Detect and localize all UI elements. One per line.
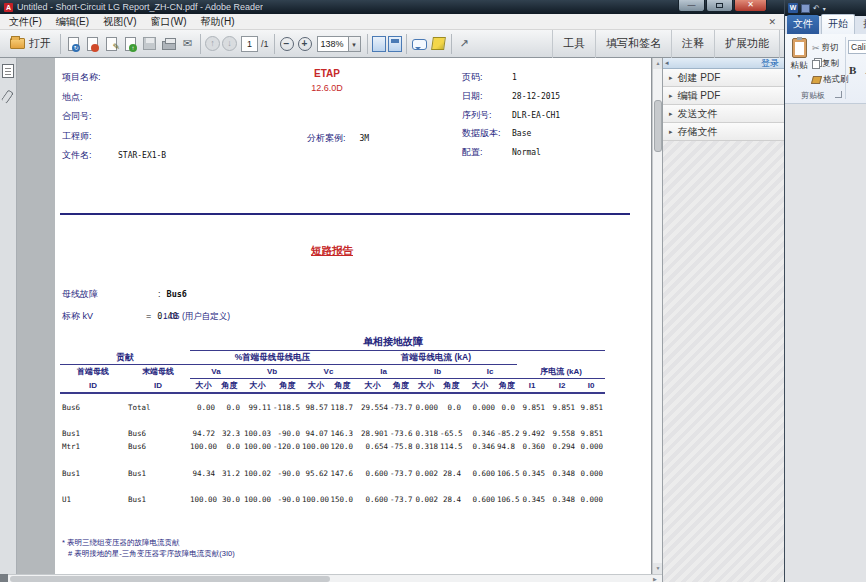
- magnitude-header: 大小: [242, 379, 273, 394]
- share-file-button[interactable]: ↑: [122, 35, 139, 53]
- value-cell: 0.000: [577, 440, 605, 453]
- word-undo-icon[interactable]: ↶: [813, 4, 820, 13]
- to-bus-cell: Total: [126, 393, 190, 414]
- close-document-icon[interactable]: ✕: [768, 17, 776, 27]
- single-page-mode-button[interactable]: [388, 36, 402, 52]
- menu-item[interactable]: 视图(V): [96, 15, 143, 28]
- panel-button-填写和签名[interactable]: 填写和签名: [595, 30, 671, 58]
- font-style-buttons: B I: [849, 64, 866, 76]
- fullscreen-button[interactable]: ↗: [456, 35, 473, 53]
- open-button[interactable]: 打开: [4, 34, 57, 53]
- value-cell: -73.7: [390, 393, 412, 414]
- value-cell: 9.851: [577, 427, 605, 440]
- sign-document-button[interactable]: ✎: [103, 35, 120, 53]
- paste-clipboard-icon: [792, 38, 807, 58]
- header-left-fields: 项目名称:地点:合同号:工程师:文件名:STAR-EX1-B: [62, 71, 166, 169]
- header-field-label: 配置:: [462, 146, 512, 159]
- bold-button[interactable]: B: [849, 64, 856, 76]
- clipboard-dialog-launcher-icon[interactable]: [835, 91, 842, 98]
- copy-button[interactable]: 复制: [812, 58, 839, 70]
- export-pdf-button[interactable]: ↻: [65, 35, 82, 53]
- save-button[interactable]: [141, 35, 158, 53]
- panel-section[interactable]: ▸创建 PDF: [663, 69, 785, 87]
- zoom-out-button[interactable]: −: [280, 37, 294, 51]
- header-field: 合同号:: [62, 110, 166, 130]
- page-thumbnails-icon[interactable]: [2, 64, 14, 78]
- value-cell: 100.00: [302, 440, 330, 453]
- value-cell: 99.11: [242, 393, 273, 414]
- menu-items: 文件(F)编辑(E)视图(V)窗口(W)帮助(H): [2, 15, 241, 29]
- from-bus-cell: Mtr1: [60, 440, 126, 453]
- word-qat-dropdown-icon[interactable]: ▾: [823, 5, 826, 12]
- paste-dropdown-icon[interactable]: ▾: [787, 72, 811, 79]
- panel-section[interactable]: ▸发送文件: [663, 105, 785, 123]
- word-save-icon[interactable]: [801, 4, 810, 13]
- value-cell: 29.554: [355, 393, 390, 414]
- horizontal-scrollbar[interactable]: ◀ ▶: [0, 574, 662, 582]
- short-circuit-table: 贡献%首端母线母线电压首端母线电流 (kA)首端母线末端母线VaVbVcIaIb…: [60, 350, 605, 506]
- menu-item[interactable]: 编辑(E): [49, 15, 96, 28]
- panel-button-扩展功能[interactable]: 扩展功能: [714, 30, 780, 58]
- restore-button[interactable]: [706, 0, 733, 12]
- value-cell: 100.00: [242, 493, 273, 506]
- menu-item[interactable]: 帮助(H): [194, 15, 242, 28]
- scrolling-mode-button[interactable]: [372, 36, 386, 52]
- panel-button-注释[interactable]: 注释: [671, 30, 714, 58]
- highlight-button[interactable]: [430, 35, 447, 53]
- navigation-strip: [0, 58, 17, 574]
- font-name-select[interactable]: Calibri (西: [848, 40, 866, 54]
- report-title: 短路报告: [285, 244, 379, 258]
- cut-label: 剪切: [822, 42, 839, 54]
- value-cell: 0.348: [547, 467, 577, 480]
- horizontal-scrollbar-thumb[interactable]: [10, 576, 330, 582]
- create-pdf-button[interactable]: [84, 35, 101, 53]
- attachments-icon[interactable]: [1, 89, 14, 104]
- toolbar-separator: [367, 34, 368, 54]
- add-comment-button[interactable]: [411, 35, 428, 53]
- word-tab-插入[interactable]: 插入: [857, 15, 866, 34]
- value-cell: -75.8: [390, 440, 412, 453]
- panel-button-工具[interactable]: 工具: [552, 30, 595, 58]
- cut-button[interactable]: ✂ 剪切: [812, 42, 839, 54]
- word-tab-文件[interactable]: 文件: [787, 15, 819, 34]
- zoom-in-button[interactable]: +: [298, 37, 312, 51]
- zoom-dropdown-icon[interactable]: ▾: [349, 36, 361, 52]
- fault-type-title: 单相接地故障: [345, 335, 441, 349]
- title-bar[interactable]: A Untitled - Short-Circuit LG Report_ZH-…: [0, 0, 784, 14]
- toolbar-separator: [406, 34, 407, 54]
- print-button[interactable]: [160, 35, 177, 53]
- fault-bus-value: Bus6: [167, 289, 187, 299]
- value-cell: 100.00: [190, 440, 217, 453]
- panel-section[interactable]: ▸存储文件: [663, 123, 785, 141]
- paste-button[interactable]: 粘贴 ▾: [787, 38, 811, 79]
- vertical-scrollbar[interactable]: ▲ ▼: [652, 58, 662, 574]
- previous-page-button[interactable]: ↑: [205, 36, 220, 51]
- scroll-right-icon[interactable]: ▶: [650, 575, 660, 582]
- tools-panel-header: ◂ 登录: [663, 58, 785, 69]
- zoom-level-select[interactable]: 138% ▾: [317, 36, 361, 52]
- word-app-icon: W: [788, 3, 798, 13]
- menu-item[interactable]: 文件(F): [2, 15, 49, 28]
- panel-section[interactable]: ▸编辑 PDF: [663, 87, 785, 105]
- format-painter-button[interactable]: 格式刷: [812, 74, 849, 86]
- panel-collapse-icon[interactable]: ◂: [665, 59, 669, 67]
- page-number-input[interactable]: 1: [241, 36, 258, 52]
- sign-in-link[interactable]: 登录: [761, 57, 779, 70]
- value-cell: 0.346: [463, 440, 497, 453]
- vertical-scrollbar-thumb[interactable]: [654, 100, 662, 152]
- email-button[interactable]: ✉: [179, 35, 196, 53]
- minimize-button[interactable]: —: [678, 0, 705, 12]
- value-cell: 9.851: [547, 393, 577, 414]
- close-button[interactable]: ✕: [734, 0, 767, 12]
- menu-item[interactable]: 窗口(W): [143, 15, 193, 28]
- header-field-value: 28-12-2015: [512, 92, 560, 101]
- footnote-text: 表明接地的星-三角变压器零序故障电流贡献(3I0): [74, 549, 234, 558]
- next-page-button[interactable]: ↓: [222, 36, 237, 51]
- window-title: Untitled - Short-Circuit LG Report_ZH-CN…: [17, 2, 263, 12]
- footnotes: * 表明三绕组变压器的故障电流贡献# 表明接地的星-三角变压器零序故障电流贡献(…: [62, 537, 235, 559]
- from-bus-cell: Bus1: [60, 467, 126, 480]
- value-cell: 0.000: [412, 393, 440, 414]
- word-tab-开始[interactable]: 开始: [821, 14, 855, 34]
- angle-header: 角度: [390, 379, 412, 394]
- value-cell: 100.00: [302, 493, 330, 506]
